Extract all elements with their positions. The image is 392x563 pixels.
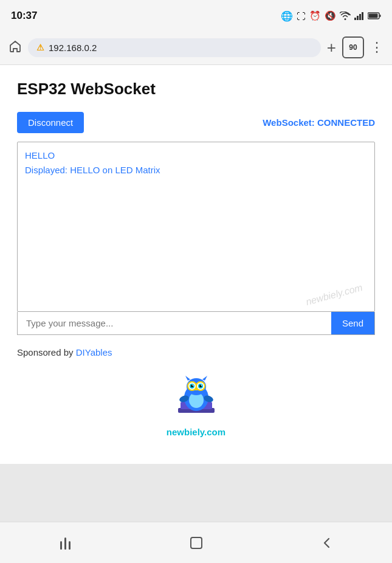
svg-rect-5: [380, 15, 381, 17]
input-row: Send: [17, 312, 375, 335]
new-tab-button[interactable]: +: [327, 38, 336, 57]
sponsored-by-label: Sponsored by: [17, 347, 74, 357]
log-line-1: HELLO: [25, 148, 367, 163]
watermark: newbiely.com: [305, 282, 364, 308]
battery-icon: [368, 12, 381, 19]
back-button[interactable]: [309, 528, 345, 558]
warning-icon: ⚠: [36, 43, 44, 52]
svg-rect-3: [362, 12, 363, 20]
time-display: 10:37: [11, 10, 37, 22]
owl-logo: [172, 375, 221, 423]
svg-rect-2: [359, 14, 361, 20]
ws-status-value: CONNECTED: [317, 117, 375, 128]
translate-icon: ⛶: [297, 11, 306, 21]
websocket-status: WebSocket: CONNECTED: [263, 117, 375, 128]
sponsor-row: Sponsored by DIYables: [17, 347, 375, 357]
tab-count-button[interactable]: 90: [342, 36, 364, 58]
svg-point-26: [201, 385, 202, 386]
url-text: 192.168.0.2: [49, 43, 97, 53]
ws-status-label: WebSocket:: [263, 117, 315, 128]
signal-icon: [354, 12, 364, 20]
status-bar: 10:37 🌐 ⛶ ⏰ 🔇: [0, 0, 392, 32]
log-line-2: Displayed: HELLO on LED Matrix: [25, 163, 367, 178]
svg-point-25: [192, 385, 193, 386]
svg-rect-6: [369, 14, 378, 18]
browser-chrome: ⚠ 192.168.0.2 + 90 ⋮: [0, 32, 392, 65]
alarm-icon: ⏰: [309, 10, 321, 21]
home-button[interactable]: [9, 40, 22, 56]
home-nav-button[interactable]: [178, 528, 215, 558]
diyables-link[interactable]: DIYables: [76, 347, 112, 357]
disconnect-button[interactable]: Disconnect: [17, 112, 84, 133]
web-content: ESP32 WebSocket Disconnect WebSocket: CO…: [0, 65, 392, 464]
wifi-icon: [340, 12, 351, 20]
message-log: HELLO Displayed: HELLO on LED Matrix new…: [17, 142, 375, 312]
logo-area: newbiely.com: [17, 368, 375, 449]
bottom-nav: [0, 522, 392, 563]
logo-text: newbiely.com: [167, 427, 225, 437]
controls-row: Disconnect WebSocket: CONNECTED: [17, 112, 375, 133]
menu-button[interactable]: ⋮: [370, 40, 383, 55]
svg-marker-15: [185, 376, 190, 381]
status-icons: 🌐 ⛶ ⏰ 🔇: [281, 10, 381, 22]
send-button[interactable]: Send: [331, 312, 374, 334]
browser-icon: 🌐: [281, 10, 293, 22]
svg-rect-1: [357, 16, 359, 20]
back-icon: [320, 536, 334, 550]
recents-icon: [60, 536, 70, 550]
mute-icon: 🔇: [325, 10, 336, 21]
message-input[interactable]: [18, 312, 331, 334]
svg-marker-16: [202, 376, 207, 381]
recents-button[interactable]: [47, 528, 84, 558]
page-title: ESP32 WebSocket: [17, 80, 375, 98]
svg-rect-0: [354, 18, 356, 20]
home-nav-icon: [189, 536, 204, 550]
svg-rect-29: [191, 537, 202, 548]
address-bar[interactable]: ⚠ 192.168.0.2: [28, 38, 321, 57]
